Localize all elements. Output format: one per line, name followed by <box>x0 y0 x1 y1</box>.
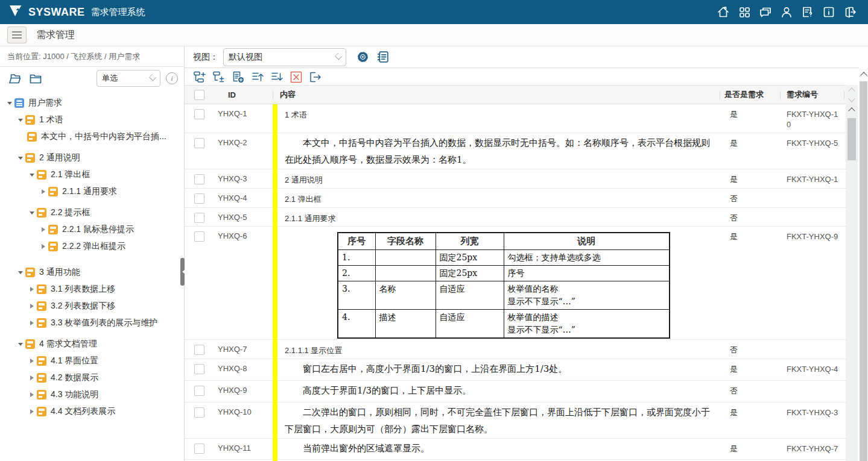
scrollbar-thumb[interactable] <box>860 81 867 461</box>
table-row[interactable]: YHXQ-1 1 术语 是 FKXT-YHXQ-10 <box>185 104 846 133</box>
tree-item[interactable]: 4.3 功能说明 <box>0 386 184 403</box>
row-req-number: FKXT-YHXQ-7 <box>780 439 846 459</box>
move-down-button[interactable] <box>270 71 284 84</box>
collapse-arrow-icon[interactable] <box>27 208 37 218</box>
view-list-button[interactable] <box>375 49 391 65</box>
row-is-requirement: 是 <box>720 133 780 169</box>
requirement-doc-icon <box>37 373 46 383</box>
row-checkbox[interactable] <box>194 174 204 184</box>
row-checkbox[interactable] <box>194 444 204 454</box>
row-checkbox[interactable] <box>194 109 204 119</box>
row-req-number <box>780 189 846 207</box>
expand-arrow-icon[interactable] <box>39 187 48 196</box>
menubar: 需求管理 <box>0 24 868 46</box>
tree-item[interactable]: 2 通用说明 <box>0 149 184 166</box>
scrollbar-thumb[interactable] <box>847 118 856 160</box>
row-checkbox[interactable] <box>194 386 204 396</box>
tree-item[interactable]: 4.1 界面位置 <box>0 353 184 369</box>
tree-item[interactable]: 3.3 枚举值列表的展示与维护 <box>0 315 184 331</box>
collapse-arrow-icon[interactable] <box>27 170 37 180</box>
row-content: 2.1.1 通用要求 <box>273 208 720 226</box>
scroll-down-icon[interactable] <box>848 95 855 102</box>
expand-arrow-icon[interactable] <box>27 284 37 294</box>
table-row[interactable]: YHXQ-3 2 通用说明 是 FKXT-YHXQ-1 <box>185 169 846 189</box>
move-up-button[interactable] <box>251 71 264 84</box>
row-is-requirement: 是 <box>720 227 780 339</box>
hamburger-menu-button[interactable] <box>7 27 27 43</box>
gear-icon <box>356 50 370 64</box>
selection-mode-select[interactable]: 单选 <box>97 70 160 87</box>
view-settings-button[interactable] <box>355 49 370 65</box>
tree-item[interactable]: 2.1 弹出框 <box>0 166 184 183</box>
tree-item[interactable]: 2.2 提示框 <box>0 204 184 221</box>
messages-icon[interactable] <box>758 5 773 19</box>
move-up-icon <box>251 71 264 84</box>
tree-item-root[interactable]: 用户需求 <box>0 95 184 111</box>
table-row[interactable]: YHXQ-4 2.1 弹出框 否 <box>185 189 846 208</box>
logout-icon[interactable] <box>843 5 857 19</box>
table-row[interactable]: YHXQ-6 序号 字段名称 列宽 说明 1. <box>185 227 846 340</box>
collapse-arrow-icon[interactable] <box>16 268 25 277</box>
scrollbar-up-button[interactable] <box>846 107 858 116</box>
table-row[interactable]: YHXQ-11 当前弹出窗外的区域遮罩显示。 是 FKXT-YHXQ-7 <box>185 439 846 460</box>
scroll-up-icon[interactable] <box>848 87 855 94</box>
home-icon[interactable] <box>716 5 730 19</box>
delete-button[interactable] <box>290 71 303 84</box>
row-checkbox[interactable] <box>194 364 204 374</box>
collapse-arrow-icon[interactable] <box>16 153 25 163</box>
row-checkbox[interactable] <box>194 193 204 204</box>
scrollbar-up-button[interactable] <box>859 71 868 80</box>
table-row[interactable]: YHXQ-9 高度大于界面1/3的窗口，上下居中显示。 否 <box>185 381 846 403</box>
collapse-all-folder-icon[interactable] <box>28 71 43 86</box>
tree-item[interactable]: 1 术语 <box>0 111 184 128</box>
add-sibling-button[interactable] <box>193 71 206 84</box>
expand-arrow-icon[interactable] <box>27 390 37 400</box>
export-button[interactable] <box>309 71 322 84</box>
table-row[interactable]: YHXQ-7 2.1.1.1 显示位置 否 <box>185 340 846 359</box>
tree-item[interactable]: 本文中，中括号中内容为平台插... <box>0 128 184 145</box>
expand-arrow-icon[interactable] <box>27 318 37 328</box>
apps-grid-icon[interactable] <box>737 5 752 19</box>
panel-splitter[interactable] <box>180 258 185 286</box>
row-checkbox[interactable] <box>194 407 204 418</box>
tree-item[interactable]: 2.1.1 通用要求 <box>0 183 184 200</box>
info-circle-icon[interactable]: i <box>166 72 178 84</box>
tree-item[interactable]: 3.1 列表数据上移 <box>0 281 184 298</box>
expand-arrow-icon[interactable] <box>27 356 37 366</box>
expand-arrow-icon[interactable] <box>39 225 48 234</box>
info-icon[interactable] <box>822 5 836 19</box>
tree-item[interactable]: 4.2 数据展示 <box>0 369 184 386</box>
row-is-requirement: 是 <box>720 169 780 188</box>
expand-all-folder-icon[interactable] <box>7 71 23 86</box>
tree-item[interactable]: 2.2.2 弹出框提示 <box>0 238 184 255</box>
row-is-requirement: 是 <box>720 359 780 380</box>
expand-arrow-icon[interactable] <box>27 301 37 311</box>
table-row[interactable]: YHXQ-2 本文中，中括号中内容为平台插入的数据，数据显示时无中括号。如：名称… <box>185 133 846 169</box>
expand-arrow-icon[interactable] <box>39 242 48 251</box>
collapse-arrow-icon[interactable] <box>16 115 25 125</box>
add-document-button[interactable] <box>232 71 245 84</box>
tree-item[interactable]: 2.2.1 鼠标悬停提示 <box>0 221 184 238</box>
tree-item[interactable]: 4 需求文档管理 <box>0 336 184 353</box>
tree-item[interactable]: 4.4 文档列表展示 <box>0 403 184 420</box>
row-checkbox[interactable] <box>194 231 204 242</box>
row-checkbox[interactable] <box>194 213 204 223</box>
table-row[interactable]: YHXQ-5 2.1.1 通用要求 否 <box>185 208 846 227</box>
page-title: 需求管理 <box>36 29 75 42</box>
row-checkbox[interactable] <box>194 345 204 355</box>
expand-arrow-icon[interactable] <box>27 373 37 383</box>
help-doc-icon[interactable] <box>800 5 815 19</box>
row-req-number: FKXT-YHXQ-1 <box>780 169 846 188</box>
add-child-button[interactable] <box>212 71 226 84</box>
table-row[interactable]: YHXQ-8 窗口左右居中，高度小于界面1/3的窗口，上沿在界面上方1/3处。 … <box>185 359 846 381</box>
collapse-arrow-icon[interactable] <box>5 98 14 108</box>
tree-item[interactable]: 3 通用功能 <box>0 264 184 281</box>
expand-arrow-icon[interactable] <box>27 407 37 416</box>
tree-item[interactable]: 3.2 列表数据下移 <box>0 298 184 315</box>
collapse-arrow-icon[interactable] <box>16 339 25 349</box>
row-checkbox[interactable] <box>194 138 204 148</box>
table-row[interactable]: YHXQ-10 二次弹出的窗口，原则相同，同时，不可完全盖住下层窗口，界面上沿低… <box>185 403 846 439</box>
view-select[interactable]: 默认视图 <box>223 48 346 66</box>
select-all-checkbox[interactable] <box>194 90 204 100</box>
user-icon[interactable] <box>779 5 794 19</box>
